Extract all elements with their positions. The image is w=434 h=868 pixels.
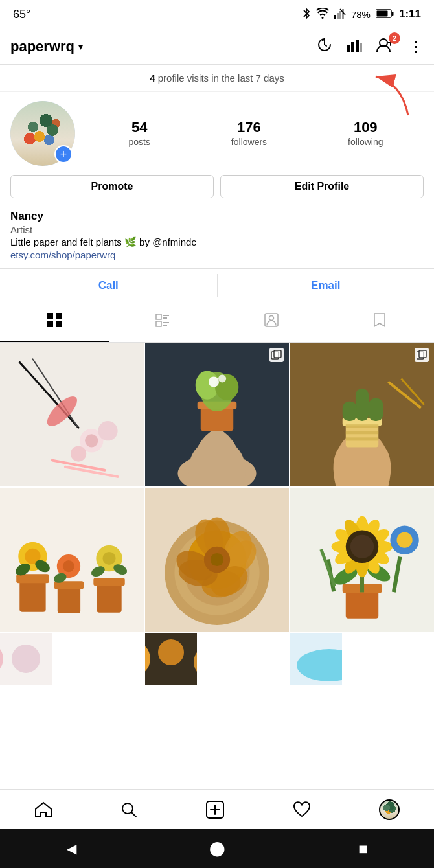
svg-rect-24 (163, 322, 169, 323)
stats-row: 54 posts 176 followers 109 following (88, 119, 424, 148)
svg-rect-16 (47, 313, 53, 319)
grid-item-1[interactable] (0, 343, 144, 486)
svg-point-47 (209, 376, 219, 387)
following-label: following (348, 137, 383, 147)
android-nav-bar: ◀ ⬤ ◼ (0, 829, 434, 868)
avatar-container: + (10, 101, 75, 166)
history-icon[interactable] (316, 36, 333, 57)
bio-name: Nancy (10, 210, 424, 223)
photo-grid (0, 343, 434, 685)
bookmark-icon (373, 312, 386, 332)
svg-point-128 (158, 639, 184, 665)
grid-item-2[interactable] (145, 343, 289, 486)
tab-tagged[interactable] (217, 303, 326, 342)
svg-rect-9 (351, 42, 354, 52)
svg-rect-39 (274, 350, 281, 358)
svg-point-27 (269, 316, 273, 321)
following-stat[interactable]: 109 following (348, 119, 383, 148)
nav-bar: paperwrq ▾ 2 (0, 29, 434, 65)
svg-rect-25 (163, 325, 167, 326)
svg-rect-55 (346, 424, 378, 428)
svg-rect-7 (376, 10, 387, 16)
followers-count: 176 (231, 119, 267, 136)
tab-grid[interactable] (0, 303, 109, 342)
svg-rect-1 (337, 13, 339, 19)
bottom-nav (0, 789, 434, 829)
svg-rect-64 (19, 579, 45, 611)
username-label[interactable]: paperwrq (10, 38, 74, 55)
profile-top: + 54 posts 176 followers 109 following (10, 101, 424, 166)
svg-rect-20 (156, 314, 161, 319)
svg-point-78 (102, 552, 115, 565)
following-count: 109 (348, 119, 383, 136)
heart-nav-button[interactable] (293, 801, 311, 818)
list-icon (155, 312, 170, 332)
visits-count: 4 (150, 73, 155, 84)
search-nav-button[interactable] (120, 801, 137, 818)
home-button[interactable]: ⬤ (209, 840, 225, 857)
signal-icon (334, 8, 346, 21)
temperature: 65° (13, 8, 30, 21)
recents-button[interactable]: ◼ (358, 841, 368, 856)
bio-description: Little paper and felt plants 🌿 by @nfmin… (10, 236, 424, 248)
bio-link[interactable]: etsy.com/shop/paperwrq (10, 249, 424, 260)
back-button[interactable]: ◀ (67, 841, 76, 856)
svg-point-73 (63, 560, 74, 572)
multi-photo-icon (269, 348, 284, 362)
status-icons: 78% 1:11 (302, 7, 421, 22)
svg-rect-58 (356, 389, 369, 421)
email-button[interactable]: Email (218, 269, 435, 303)
posts-label: posts (128, 137, 150, 147)
avatar-thumbnail (379, 799, 400, 820)
contact-row: Call Email (0, 268, 434, 303)
grid-item-6[interactable] (290, 488, 434, 632)
more-options-icon[interactable]: ⋮ (408, 38, 424, 56)
svg-rect-75 (97, 582, 121, 612)
nav-left[interactable]: paperwrq ▾ (10, 38, 83, 55)
time: 1:11 (399, 8, 421, 21)
grid-item-5[interactable] (145, 488, 289, 632)
visits-banner: 4 profile visits in the last 7 days (0, 65, 434, 92)
add-photo-button[interactable]: + (54, 145, 73, 163)
multi-photo-icon-2 (415, 348, 429, 362)
svg-point-33 (85, 434, 98, 447)
svg-point-124 (12, 645, 40, 673)
svg-rect-11 (360, 43, 362, 52)
grid-item-3[interactable] (290, 343, 434, 486)
stats-icon[interactable] (346, 38, 363, 56)
tab-list[interactable] (109, 303, 218, 342)
person-tag-icon (264, 312, 279, 332)
add-user-icon[interactable]: 2 (376, 36, 395, 57)
posts-count: 54 (128, 119, 150, 136)
svg-line-135 (131, 812, 136, 817)
battery-icon (376, 9, 394, 20)
svg-rect-59 (343, 402, 357, 421)
svg-rect-22 (163, 317, 167, 319)
chevron-down-icon[interactable]: ▾ (78, 41, 83, 52)
edit-profile-button[interactable]: Edit Profile (220, 175, 424, 198)
nav-right: 2 ⋮ (316, 36, 424, 57)
svg-rect-76 (93, 578, 124, 586)
grid-item-4[interactable] (0, 488, 144, 632)
svg-rect-70 (58, 586, 80, 613)
home-nav-button[interactable] (34, 801, 52, 818)
profile-nav-button[interactable] (379, 799, 400, 820)
status-bar: 65° 78% (0, 0, 434, 29)
promote-button[interactable]: Promote (10, 175, 214, 198)
svg-rect-23 (156, 321, 161, 326)
call-button[interactable]: Call (0, 269, 217, 303)
svg-rect-21 (163, 315, 169, 316)
grid-item-8[interactable] (145, 633, 197, 685)
grid-item-9[interactable] (290, 633, 342, 685)
svg-rect-57 (346, 437, 378, 440)
svg-rect-60 (369, 398, 383, 421)
bio-section: Nancy Artist Little paper and felt plant… (0, 207, 434, 268)
add-nav-button[interactable] (206, 801, 224, 819)
tab-saved[interactable] (326, 303, 435, 342)
followers-stat[interactable]: 176 followers (231, 119, 267, 148)
svg-point-48 (218, 374, 226, 382)
tab-row (0, 303, 434, 343)
svg-rect-65 (16, 574, 49, 583)
grid-item-7[interactable] (0, 633, 52, 685)
posts-stat[interactable]: 54 posts (128, 119, 150, 148)
